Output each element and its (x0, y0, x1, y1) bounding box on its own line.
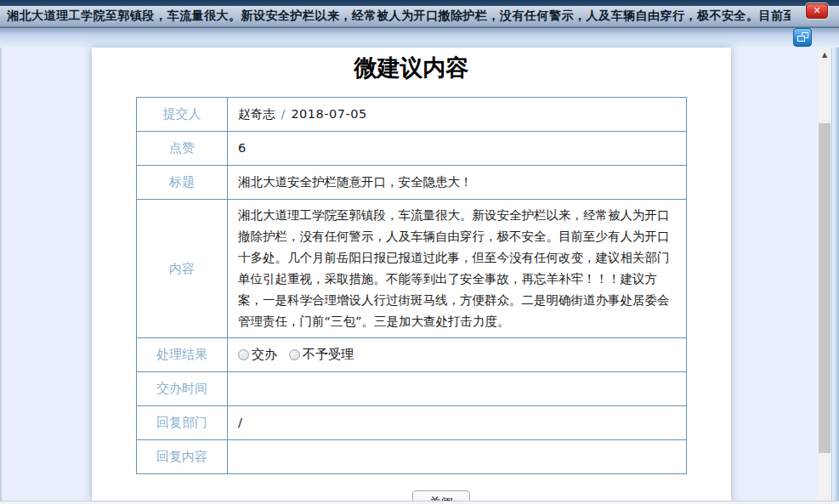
window-top-edge (0, 0, 839, 6)
result-value: 交办 不予受理 (228, 338, 687, 372)
scroll-up-arrow-icon[interactable]: ▲ (818, 49, 831, 61)
close-dialog-button[interactable]: 关闭 (412, 490, 470, 501)
table-row-content: 内容 湘北大道理工学院至郭镇段，车流量很大。新设安全护栏以来，经常被人为开口撤除… (137, 200, 687, 338)
radio-assign-icon[interactable] (238, 349, 249, 360)
reply-dept-label: 回复部门 (137, 406, 228, 440)
radio-option-assign[interactable]: 交办 (238, 344, 277, 365)
radio-option-reject[interactable]: 不予受理 (289, 344, 354, 365)
restore-icon-front-square (797, 36, 805, 42)
table-row-assign-time: 交办时间 (137, 372, 687, 406)
likes-label: 点赞 (137, 132, 228, 166)
vertical-scrollbar[interactable]: ▲ (818, 48, 831, 504)
content-panel: 微建议内容 提交人 赵奇志/2018-07-05 点赞 6 标题 湘北大道安全护… (92, 48, 731, 501)
submitter-label: 提交人 (137, 98, 228, 132)
page-title: 微建议内容 (92, 53, 731, 83)
title-value: 湘北大道安全护栏随意开口，安全隐患大！ (228, 166, 687, 200)
reply-content-label: 回复内容 (137, 440, 228, 474)
submit-date: 2018-07-05 (291, 107, 366, 121)
reply-dept-value: / (228, 406, 687, 440)
assign-time-label: 交办时间 (137, 372, 228, 406)
submitter-value: 赵奇志/2018-07-05 (228, 98, 687, 132)
submitter-name: 赵奇志 (238, 107, 275, 121)
assign-time-value (228, 372, 687, 406)
suggestion-detail-table: 提交人 赵奇志/2018-07-05 点赞 6 标题 湘北大道安全护栏随意开口，… (136, 97, 687, 474)
result-label: 处理结果 (137, 338, 228, 372)
table-row-submitter: 提交人 赵奇志/2018-07-05 (137, 98, 687, 132)
scrollbar-thumb[interactable] (819, 123, 830, 453)
window-left-edge (0, 48, 2, 504)
popup-window: 湘北大道理工学院至郭镇段，车流量很大。新设安全护栏以来，经常被人为开口撤除护栏，… (0, 0, 839, 504)
reply-content-value (228, 440, 687, 474)
close-icon[interactable]: ✕ (806, 3, 828, 19)
restore-window-icon[interactable] (793, 28, 812, 47)
radio-reject-icon[interactable] (289, 349, 300, 360)
result-radio-group: 交办 不予受理 (238, 344, 679, 365)
submitter-separator: / (281, 107, 286, 121)
window-right-edge (831, 48, 839, 504)
table-row-likes: 点赞 6 (137, 132, 687, 166)
table-row-reply-content: 回复内容 (137, 440, 687, 474)
table-row-title: 标题 湘北大道安全护栏随意开口，安全隐患大！ (137, 166, 687, 200)
window-titlebar: 湘北大道理工学院至郭镇段，车流量很大。新设安全护栏以来，经常被人为开口撤除护栏，… (0, 6, 839, 27)
title-label: 标题 (137, 166, 228, 200)
radio-assign-label: 交办 (252, 344, 277, 365)
window-title: 湘北大道理工学院至郭镇段，车流量很大。新设安全护栏以来，经常被人为开口撤除护栏，… (0, 8, 791, 24)
window-bottom-strip (0, 501, 839, 504)
window-substrip (0, 27, 839, 48)
radio-reject-label: 不予受理 (303, 344, 354, 365)
table-row-result: 处理结果 交办 不予受理 (137, 338, 687, 372)
content-value: 湘北大道理工学院至郭镇段，车流量很大。新设安全护栏以来，经常被人为开口撤除护栏，… (228, 200, 687, 338)
table-row-reply-dept: 回复部门 / (137, 406, 687, 440)
likes-value: 6 (228, 132, 687, 166)
content-label: 内容 (137, 200, 228, 338)
